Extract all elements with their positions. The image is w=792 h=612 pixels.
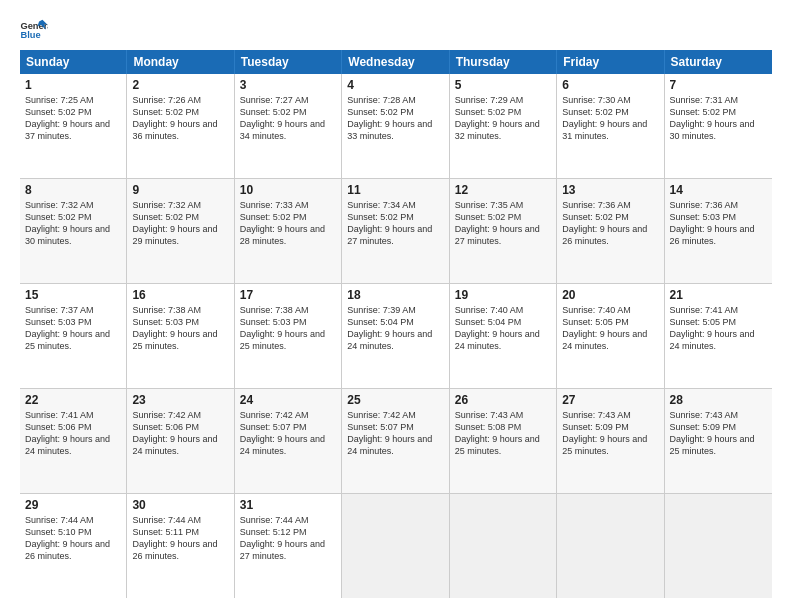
day-number: 1 <box>25 78 121 92</box>
day-header-thursday: Thursday <box>450 50 557 74</box>
day-cell-5: 5 Sunrise: 7:29 AMSunset: 5:02 PMDayligh… <box>450 74 557 178</box>
day-info: Sunrise: 7:44 AMSunset: 5:12 PMDaylight:… <box>240 515 325 561</box>
day-header-monday: Monday <box>127 50 234 74</box>
day-number: 19 <box>455 288 551 302</box>
day-cell-6: 6 Sunrise: 7:30 AMSunset: 5:02 PMDayligh… <box>557 74 664 178</box>
day-info: Sunrise: 7:32 AMSunset: 5:02 PMDaylight:… <box>25 200 110 246</box>
day-cell-13: 13 Sunrise: 7:36 AMSunset: 5:02 PMDaylig… <box>557 179 664 283</box>
day-number: 28 <box>670 393 767 407</box>
week-row-2: 8 Sunrise: 7:32 AMSunset: 5:02 PMDayligh… <box>20 179 772 284</box>
day-cell-1: 1 Sunrise: 7:25 AMSunset: 5:02 PMDayligh… <box>20 74 127 178</box>
day-number: 24 <box>240 393 336 407</box>
day-info: Sunrise: 7:43 AMSunset: 5:09 PMDaylight:… <box>562 410 647 456</box>
day-cell-2: 2 Sunrise: 7:26 AMSunset: 5:02 PMDayligh… <box>127 74 234 178</box>
empty-cell <box>665 494 772 598</box>
day-number: 15 <box>25 288 121 302</box>
day-info: Sunrise: 7:38 AMSunset: 5:03 PMDaylight:… <box>240 305 325 351</box>
day-cell-3: 3 Sunrise: 7:27 AMSunset: 5:02 PMDayligh… <box>235 74 342 178</box>
day-cell-28: 28 Sunrise: 7:43 AMSunset: 5:09 PMDaylig… <box>665 389 772 493</box>
week-row-4: 22 Sunrise: 7:41 AMSunset: 5:06 PMDaylig… <box>20 389 772 494</box>
day-cell-24: 24 Sunrise: 7:42 AMSunset: 5:07 PMDaylig… <box>235 389 342 493</box>
day-info: Sunrise: 7:40 AMSunset: 5:05 PMDaylight:… <box>562 305 647 351</box>
day-number: 20 <box>562 288 658 302</box>
calendar: SundayMondayTuesdayWednesdayThursdayFrid… <box>20 50 772 598</box>
day-cell-22: 22 Sunrise: 7:41 AMSunset: 5:06 PMDaylig… <box>20 389 127 493</box>
day-info: Sunrise: 7:33 AMSunset: 5:02 PMDaylight:… <box>240 200 325 246</box>
day-number: 21 <box>670 288 767 302</box>
day-number: 25 <box>347 393 443 407</box>
day-cell-29: 29 Sunrise: 7:44 AMSunset: 5:10 PMDaylig… <box>20 494 127 598</box>
day-number: 29 <box>25 498 121 512</box>
day-info: Sunrise: 7:42 AMSunset: 5:07 PMDaylight:… <box>347 410 432 456</box>
day-info: Sunrise: 7:40 AMSunset: 5:04 PMDaylight:… <box>455 305 540 351</box>
day-number: 26 <box>455 393 551 407</box>
day-number: 22 <box>25 393 121 407</box>
svg-text:Blue: Blue <box>20 30 40 40</box>
day-number: 17 <box>240 288 336 302</box>
day-number: 6 <box>562 78 658 92</box>
day-info: Sunrise: 7:43 AMSunset: 5:08 PMDaylight:… <box>455 410 540 456</box>
day-number: 11 <box>347 183 443 197</box>
day-number: 12 <box>455 183 551 197</box>
day-info: Sunrise: 7:41 AMSunset: 5:05 PMDaylight:… <box>670 305 755 351</box>
day-cell-7: 7 Sunrise: 7:31 AMSunset: 5:02 PMDayligh… <box>665 74 772 178</box>
day-info: Sunrise: 7:32 AMSunset: 5:02 PMDaylight:… <box>132 200 217 246</box>
day-info: Sunrise: 7:34 AMSunset: 5:02 PMDaylight:… <box>347 200 432 246</box>
day-cell-14: 14 Sunrise: 7:36 AMSunset: 5:03 PMDaylig… <box>665 179 772 283</box>
day-number: 10 <box>240 183 336 197</box>
day-cell-11: 11 Sunrise: 7:34 AMSunset: 5:02 PMDaylig… <box>342 179 449 283</box>
day-header-wednesday: Wednesday <box>342 50 449 74</box>
day-cell-21: 21 Sunrise: 7:41 AMSunset: 5:05 PMDaylig… <box>665 284 772 388</box>
day-cell-30: 30 Sunrise: 7:44 AMSunset: 5:11 PMDaylig… <box>127 494 234 598</box>
calendar-header: SundayMondayTuesdayWednesdayThursdayFrid… <box>20 50 772 74</box>
day-cell-17: 17 Sunrise: 7:38 AMSunset: 5:03 PMDaylig… <box>235 284 342 388</box>
logo: General Blue <box>20 18 48 40</box>
day-number: 18 <box>347 288 443 302</box>
day-cell-31: 31 Sunrise: 7:44 AMSunset: 5:12 PMDaylig… <box>235 494 342 598</box>
day-cell-23: 23 Sunrise: 7:42 AMSunset: 5:06 PMDaylig… <box>127 389 234 493</box>
day-cell-4: 4 Sunrise: 7:28 AMSunset: 5:02 PMDayligh… <box>342 74 449 178</box>
day-cell-8: 8 Sunrise: 7:32 AMSunset: 5:02 PMDayligh… <box>20 179 127 283</box>
calendar-body: 1 Sunrise: 7:25 AMSunset: 5:02 PMDayligh… <box>20 74 772 598</box>
empty-cell <box>342 494 449 598</box>
day-info: Sunrise: 7:44 AMSunset: 5:10 PMDaylight:… <box>25 515 110 561</box>
day-number: 30 <box>132 498 228 512</box>
day-cell-18: 18 Sunrise: 7:39 AMSunset: 5:04 PMDaylig… <box>342 284 449 388</box>
day-info: Sunrise: 7:36 AMSunset: 5:02 PMDaylight:… <box>562 200 647 246</box>
day-number: 27 <box>562 393 658 407</box>
day-header-tuesday: Tuesday <box>235 50 342 74</box>
day-header-friday: Friday <box>557 50 664 74</box>
week-row-5: 29 Sunrise: 7:44 AMSunset: 5:10 PMDaylig… <box>20 494 772 598</box>
day-number: 23 <box>132 393 228 407</box>
week-row-1: 1 Sunrise: 7:25 AMSunset: 5:02 PMDayligh… <box>20 74 772 179</box>
day-number: 3 <box>240 78 336 92</box>
day-info: Sunrise: 7:42 AMSunset: 5:07 PMDaylight:… <box>240 410 325 456</box>
day-info: Sunrise: 7:37 AMSunset: 5:03 PMDaylight:… <box>25 305 110 351</box>
day-number: 14 <box>670 183 767 197</box>
day-cell-9: 9 Sunrise: 7:32 AMSunset: 5:02 PMDayligh… <box>127 179 234 283</box>
day-cell-16: 16 Sunrise: 7:38 AMSunset: 5:03 PMDaylig… <box>127 284 234 388</box>
day-cell-12: 12 Sunrise: 7:35 AMSunset: 5:02 PMDaylig… <box>450 179 557 283</box>
day-number: 2 <box>132 78 228 92</box>
day-number: 13 <box>562 183 658 197</box>
page: General Blue SundayMondayTuesdayWednesda… <box>0 0 792 612</box>
day-info: Sunrise: 7:36 AMSunset: 5:03 PMDaylight:… <box>670 200 755 246</box>
day-cell-26: 26 Sunrise: 7:43 AMSunset: 5:08 PMDaylig… <box>450 389 557 493</box>
day-info: Sunrise: 7:25 AMSunset: 5:02 PMDaylight:… <box>25 95 110 141</box>
day-info: Sunrise: 7:27 AMSunset: 5:02 PMDaylight:… <box>240 95 325 141</box>
day-info: Sunrise: 7:35 AMSunset: 5:02 PMDaylight:… <box>455 200 540 246</box>
day-number: 4 <box>347 78 443 92</box>
day-cell-10: 10 Sunrise: 7:33 AMSunset: 5:02 PMDaylig… <box>235 179 342 283</box>
day-number: 9 <box>132 183 228 197</box>
day-cell-15: 15 Sunrise: 7:37 AMSunset: 5:03 PMDaylig… <box>20 284 127 388</box>
day-info: Sunrise: 7:42 AMSunset: 5:06 PMDaylight:… <box>132 410 217 456</box>
day-number: 16 <box>132 288 228 302</box>
day-info: Sunrise: 7:38 AMSunset: 5:03 PMDaylight:… <box>132 305 217 351</box>
day-info: Sunrise: 7:43 AMSunset: 5:09 PMDaylight:… <box>670 410 755 456</box>
day-cell-27: 27 Sunrise: 7:43 AMSunset: 5:09 PMDaylig… <box>557 389 664 493</box>
day-info: Sunrise: 7:26 AMSunset: 5:02 PMDaylight:… <box>132 95 217 141</box>
day-info: Sunrise: 7:29 AMSunset: 5:02 PMDaylight:… <box>455 95 540 141</box>
day-info: Sunrise: 7:28 AMSunset: 5:02 PMDaylight:… <box>347 95 432 141</box>
logo-icon: General Blue <box>20 18 48 40</box>
day-number: 5 <box>455 78 551 92</box>
